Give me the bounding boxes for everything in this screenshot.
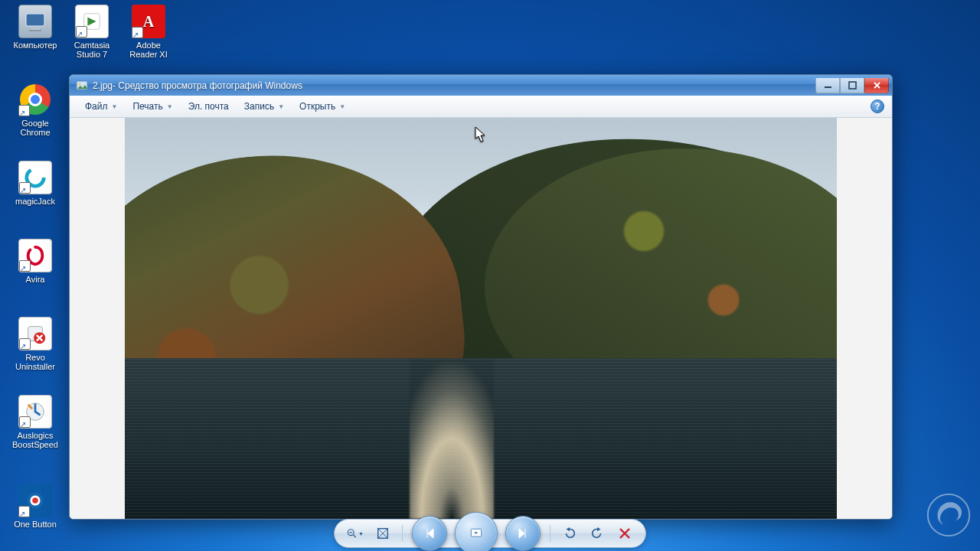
svg-point-4: [27, 169, 44, 187]
zoom-slider-button[interactable]: ▼: [347, 525, 364, 542]
icon-label-2: Studio 7: [64, 50, 119, 59]
icon-label-2: Reader XI: [121, 50, 176, 59]
chevron-down-icon: ▼: [339, 103, 345, 110]
viewer-controls-dock: ▼: [334, 519, 646, 548]
menu-email-label: Эл. почта: [188, 101, 229, 112]
chevron-down-icon: ▼: [112, 103, 118, 110]
next-button[interactable]: [505, 516, 541, 551]
svg-point-11: [928, 494, 969, 536]
previous-button[interactable]: [412, 516, 447, 551]
chevron-down-icon: ▼: [278, 103, 284, 110]
menu-print-label: Печать: [132, 101, 162, 112]
svg-point-10: [32, 497, 38, 504]
chrome-icon: [18, 83, 52, 116]
toolbar: Файл▼ Печать▼ Эл. почта Запись▼ Открыть▼…: [70, 96, 892, 118]
image-viewport: [70, 118, 892, 519]
rotate-ccw-button[interactable]: [561, 525, 578, 542]
menu-email[interactable]: Эл. почта: [181, 99, 237, 114]
desktop-icon-camtasia[interactable]: Camtasia Studio 7: [64, 5, 119, 59]
desktop-icon-chrome[interactable]: Google Chrome: [8, 83, 63, 137]
icon-label: Auslogics: [8, 431, 63, 440]
separator: [402, 525, 403, 542]
chevron-down-icon: ▼: [167, 103, 173, 110]
icon-label: Revo: [8, 353, 63, 362]
help-icon: ?: [874, 101, 880, 112]
chevron-down-icon: ▼: [358, 531, 364, 536]
icon-label: magicJack: [8, 197, 63, 206]
app-icon: [76, 80, 88, 92]
menu-open[interactable]: Открыть▼: [292, 99, 353, 114]
adobe-reader-icon: A: [132, 5, 165, 38]
magicjack-icon: [18, 161, 52, 194]
revo-uninstaller-icon: [18, 317, 52, 350]
camtasia-icon: [75, 5, 109, 38]
svg-rect-2: [29, 30, 41, 31]
slideshow-button[interactable]: [455, 512, 498, 551]
svg-rect-15: [849, 82, 856, 89]
icon-label: Avira: [8, 275, 63, 284]
icon-label: Adobe: [121, 41, 176, 50]
one-button-icon: [18, 484, 52, 517]
desktop-icon-computer[interactable]: Компьютер: [8, 5, 63, 50]
menu-file[interactable]: Файл▼: [77, 99, 125, 114]
svg-rect-1: [31, 28, 40, 30]
avira-icon: [18, 239, 52, 272]
computer-icon: [18, 5, 52, 38]
maximize-button[interactable]: [840, 78, 864, 93]
desktop-icon-magicjack[interactable]: magicJack: [8, 161, 63, 206]
minimize-button[interactable]: [815, 78, 840, 93]
menu-open-label: Открыть: [299, 101, 335, 112]
actual-size-button[interactable]: [374, 525, 391, 542]
menu-burn[interactable]: Запись▼: [237, 99, 292, 114]
watermark-dragon-icon: [926, 493, 971, 537]
rotate-cw-button[interactable]: [589, 525, 606, 542]
icon-label-2: Uninstaller: [8, 362, 63, 371]
delete-button[interactable]: [616, 525, 633, 542]
displayed-photo: [125, 118, 837, 519]
menu-file-label: Файл: [85, 101, 108, 112]
icon-label-2: BoostSpeed: [8, 440, 63, 449]
desktop-icon-onebutton[interactable]: One Button: [8, 484, 63, 529]
auslogics-icon: [18, 395, 52, 429]
titlebar[interactable]: 2.jpg - Средство просмотра фотографий Wi…: [70, 75, 892, 96]
menu-print[interactable]: Печать▼: [125, 99, 180, 114]
icon-label-2: Chrome: [8, 128, 63, 137]
svg-rect-0: [26, 14, 44, 26]
svg-point-13: [79, 83, 81, 85]
close-button[interactable]: [864, 78, 889, 93]
desktop-icon-revo[interactable]: Revo Uninstaller: [8, 317, 63, 371]
separator: [550, 525, 550, 542]
window-title-suffix: - Средство просмотра фотографий Windows: [113, 80, 302, 91]
icon-label: Google: [8, 119, 63, 128]
desktop-icon-auslogics[interactable]: Auslogics BoostSpeed: [8, 395, 63, 449]
icon-label: Компьютер: [8, 41, 63, 50]
menu-burn-label: Запись: [244, 101, 274, 112]
icon-label: Camtasia: [64, 41, 119, 50]
icon-label: One Button: [8, 520, 63, 529]
help-button[interactable]: ?: [871, 99, 884, 113]
window-title-filename: 2.jpg: [93, 80, 113, 91]
desktop-icon-avira[interactable]: Avira: [8, 239, 63, 284]
desktop-icon-adobe-reader[interactable]: A Adobe Reader XI: [121, 5, 176, 59]
photo-viewer-window: 2.jpg - Средство просмотра фотографий Wi…: [69, 74, 893, 520]
svg-rect-14: [825, 86, 831, 88]
